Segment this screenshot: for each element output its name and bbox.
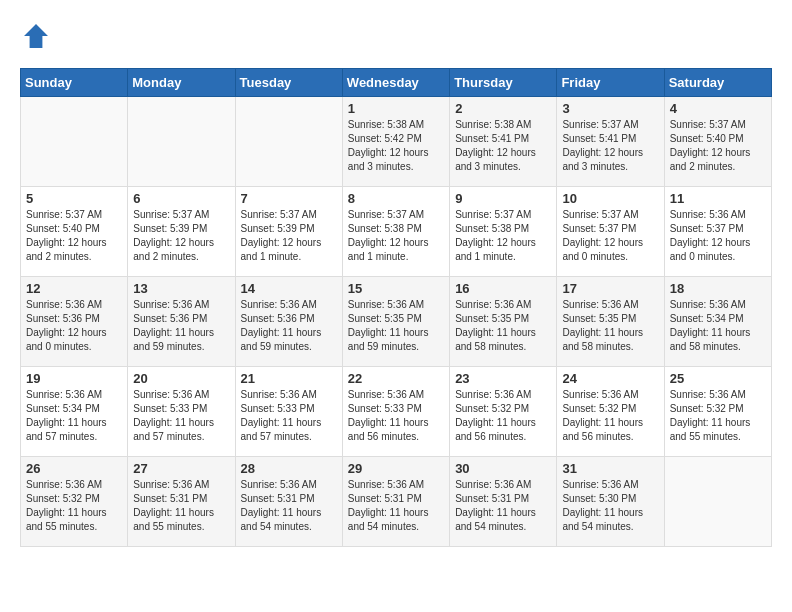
day-cell: 22Sunrise: 5:36 AM Sunset: 5:33 PM Dayli… [342,367,449,457]
day-number: 15 [348,281,444,296]
calendar-table: SundayMondayTuesdayWednesdayThursdayFrid… [20,68,772,547]
svg-marker-0 [24,24,48,48]
day-header-thursday: Thursday [450,69,557,97]
day-cell: 3Sunrise: 5:37 AM Sunset: 5:41 PM Daylig… [557,97,664,187]
day-number: 3 [562,101,658,116]
day-info: Sunrise: 5:37 AM Sunset: 5:39 PM Dayligh… [241,208,337,264]
day-info: Sunrise: 5:36 AM Sunset: 5:34 PM Dayligh… [670,298,766,354]
day-cell: 19Sunrise: 5:36 AM Sunset: 5:34 PM Dayli… [21,367,128,457]
day-number: 30 [455,461,551,476]
day-info: Sunrise: 5:36 AM Sunset: 5:32 PM Dayligh… [562,388,658,444]
day-number: 29 [348,461,444,476]
day-number: 6 [133,191,229,206]
day-cell [664,457,771,547]
day-number: 17 [562,281,658,296]
day-info: Sunrise: 5:36 AM Sunset: 5:36 PM Dayligh… [133,298,229,354]
day-info: Sunrise: 5:36 AM Sunset: 5:32 PM Dayligh… [26,478,122,534]
day-info: Sunrise: 5:36 AM Sunset: 5:32 PM Dayligh… [455,388,551,444]
day-number: 28 [241,461,337,476]
day-number: 5 [26,191,122,206]
day-number: 25 [670,371,766,386]
logo [20,20,58,52]
day-cell: 4Sunrise: 5:37 AM Sunset: 5:40 PM Daylig… [664,97,771,187]
day-header-monday: Monday [128,69,235,97]
day-header-saturday: Saturday [664,69,771,97]
day-cell: 30Sunrise: 5:36 AM Sunset: 5:31 PM Dayli… [450,457,557,547]
day-cell: 12Sunrise: 5:36 AM Sunset: 5:36 PM Dayli… [21,277,128,367]
day-info: Sunrise: 5:36 AM Sunset: 5:36 PM Dayligh… [26,298,122,354]
week-row-4: 19Sunrise: 5:36 AM Sunset: 5:34 PM Dayli… [21,367,772,457]
day-number: 20 [133,371,229,386]
day-cell: 27Sunrise: 5:36 AM Sunset: 5:31 PM Dayli… [128,457,235,547]
day-info: Sunrise: 5:37 AM Sunset: 5:38 PM Dayligh… [455,208,551,264]
day-info: Sunrise: 5:36 AM Sunset: 5:35 PM Dayligh… [562,298,658,354]
day-number: 24 [562,371,658,386]
day-info: Sunrise: 5:36 AM Sunset: 5:31 PM Dayligh… [133,478,229,534]
day-number: 18 [670,281,766,296]
day-info: Sunrise: 5:37 AM Sunset: 5:38 PM Dayligh… [348,208,444,264]
day-header-wednesday: Wednesday [342,69,449,97]
logo-icon [20,20,52,52]
week-row-3: 12Sunrise: 5:36 AM Sunset: 5:36 PM Dayli… [21,277,772,367]
day-cell: 29Sunrise: 5:36 AM Sunset: 5:31 PM Dayli… [342,457,449,547]
week-row-5: 26Sunrise: 5:36 AM Sunset: 5:32 PM Dayli… [21,457,772,547]
day-info: Sunrise: 5:36 AM Sunset: 5:37 PM Dayligh… [670,208,766,264]
day-number: 14 [241,281,337,296]
day-cell: 23Sunrise: 5:36 AM Sunset: 5:32 PM Dayli… [450,367,557,457]
day-number: 26 [26,461,122,476]
day-cell: 6Sunrise: 5:37 AM Sunset: 5:39 PM Daylig… [128,187,235,277]
day-cell: 9Sunrise: 5:37 AM Sunset: 5:38 PM Daylig… [450,187,557,277]
day-info: Sunrise: 5:36 AM Sunset: 5:35 PM Dayligh… [455,298,551,354]
day-info: Sunrise: 5:37 AM Sunset: 5:40 PM Dayligh… [26,208,122,264]
day-info: Sunrise: 5:37 AM Sunset: 5:41 PM Dayligh… [562,118,658,174]
week-row-2: 5Sunrise: 5:37 AM Sunset: 5:40 PM Daylig… [21,187,772,277]
day-cell [235,97,342,187]
day-cell: 1Sunrise: 5:38 AM Sunset: 5:42 PM Daylig… [342,97,449,187]
day-number: 4 [670,101,766,116]
day-info: Sunrise: 5:36 AM Sunset: 5:30 PM Dayligh… [562,478,658,534]
day-number: 31 [562,461,658,476]
day-cell [128,97,235,187]
day-cell: 16Sunrise: 5:36 AM Sunset: 5:35 PM Dayli… [450,277,557,367]
day-number: 8 [348,191,444,206]
day-number: 2 [455,101,551,116]
day-cell: 26Sunrise: 5:36 AM Sunset: 5:32 PM Dayli… [21,457,128,547]
day-number: 11 [670,191,766,206]
day-cell: 24Sunrise: 5:36 AM Sunset: 5:32 PM Dayli… [557,367,664,457]
day-number: 19 [26,371,122,386]
day-number: 13 [133,281,229,296]
week-row-1: 1Sunrise: 5:38 AM Sunset: 5:42 PM Daylig… [21,97,772,187]
day-info: Sunrise: 5:36 AM Sunset: 5:34 PM Dayligh… [26,388,122,444]
day-header-sunday: Sunday [21,69,128,97]
day-info: Sunrise: 5:36 AM Sunset: 5:31 PM Dayligh… [241,478,337,534]
day-cell: 11Sunrise: 5:36 AM Sunset: 5:37 PM Dayli… [664,187,771,277]
day-cell: 13Sunrise: 5:36 AM Sunset: 5:36 PM Dayli… [128,277,235,367]
day-info: Sunrise: 5:36 AM Sunset: 5:36 PM Dayligh… [241,298,337,354]
day-header-friday: Friday [557,69,664,97]
day-info: Sunrise: 5:37 AM Sunset: 5:39 PM Dayligh… [133,208,229,264]
day-cell: 20Sunrise: 5:36 AM Sunset: 5:33 PM Dayli… [128,367,235,457]
day-number: 27 [133,461,229,476]
day-number: 1 [348,101,444,116]
day-cell: 8Sunrise: 5:37 AM Sunset: 5:38 PM Daylig… [342,187,449,277]
day-info: Sunrise: 5:36 AM Sunset: 5:35 PM Dayligh… [348,298,444,354]
day-cell: 28Sunrise: 5:36 AM Sunset: 5:31 PM Dayli… [235,457,342,547]
day-info: Sunrise: 5:36 AM Sunset: 5:32 PM Dayligh… [670,388,766,444]
days-header-row: SundayMondayTuesdayWednesdayThursdayFrid… [21,69,772,97]
page-header [20,20,772,52]
day-cell: 17Sunrise: 5:36 AM Sunset: 5:35 PM Dayli… [557,277,664,367]
day-info: Sunrise: 5:37 AM Sunset: 5:37 PM Dayligh… [562,208,658,264]
day-info: Sunrise: 5:37 AM Sunset: 5:40 PM Dayligh… [670,118,766,174]
day-header-tuesday: Tuesday [235,69,342,97]
day-number: 12 [26,281,122,296]
day-number: 23 [455,371,551,386]
day-number: 9 [455,191,551,206]
day-cell: 31Sunrise: 5:36 AM Sunset: 5:30 PM Dayli… [557,457,664,547]
day-number: 21 [241,371,337,386]
day-cell: 25Sunrise: 5:36 AM Sunset: 5:32 PM Dayli… [664,367,771,457]
day-info: Sunrise: 5:36 AM Sunset: 5:33 PM Dayligh… [241,388,337,444]
day-info: Sunrise: 5:36 AM Sunset: 5:33 PM Dayligh… [348,388,444,444]
day-info: Sunrise: 5:36 AM Sunset: 5:31 PM Dayligh… [455,478,551,534]
day-cell: 14Sunrise: 5:36 AM Sunset: 5:36 PM Dayli… [235,277,342,367]
day-info: Sunrise: 5:36 AM Sunset: 5:31 PM Dayligh… [348,478,444,534]
